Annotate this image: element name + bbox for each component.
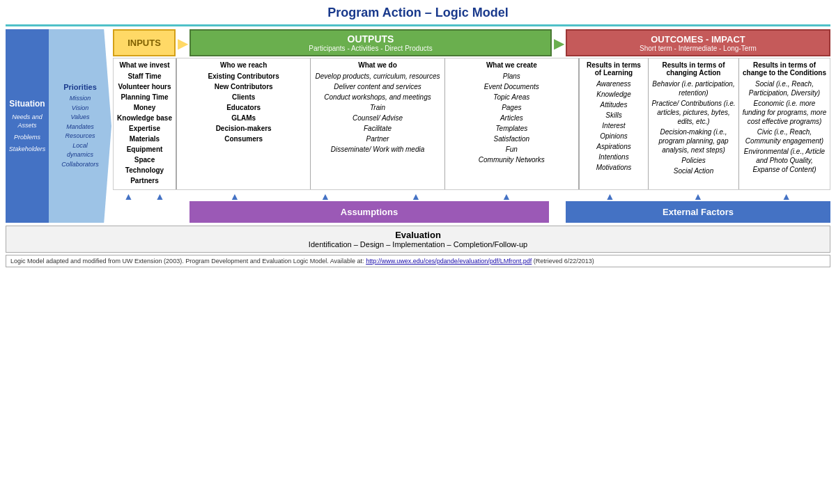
priorities-col: Priorities Mission Vision Values Mandate… — [49, 29, 111, 223]
intermediate-col-header: Results in terms of changing Action — [651, 61, 736, 77]
teal-divider — [6, 24, 830, 26]
st-item-5: Interest — [582, 121, 645, 130]
up-arrow-1: ▲ — [124, 191, 134, 200]
col-inputs: What we invest Staff Time Volunteer hour… — [114, 58, 176, 189]
prod-item-4: Pages — [448, 103, 575, 112]
outputs-label: OUTPUTS — [348, 33, 394, 45]
int-item-3: Decision-making (i.e., program planning,… — [651, 127, 736, 155]
inputs-item-10: Technology — [116, 166, 173, 175]
inputs-col-header: What we invest — [116, 61, 173, 69]
part-item-7: Consumers — [180, 134, 307, 143]
inputs-item-2: Volunteer hours — [116, 82, 173, 91]
lt-item-4: Environmental (i.e., Article and Photo Q… — [742, 147, 827, 174]
act-item-2: Deliver content and services — [314, 82, 441, 91]
int-item-5: Social Action — [651, 166, 736, 175]
prod-item-9: Community Networks — [448, 155, 575, 164]
arrow-to-outcomes — [552, 29, 566, 56]
inputs-item-7: Materials — [116, 134, 173, 143]
lt-item-2: Economic (i.e. more funding for programs… — [742, 99, 827, 126]
prod-item-1: Plans — [448, 72, 575, 81]
inputs-item-8: Equipment — [116, 145, 173, 154]
col-participants: Who we reach Existing Contributors New C… — [176, 58, 311, 189]
inputs-item-5: Knowledge base — [116, 113, 173, 123]
act-item-7: Partner — [314, 134, 441, 143]
part-item-3: Clients — [180, 93, 307, 102]
arrow-to-outputs — [176, 29, 189, 56]
up-arrow-6: ▲ — [502, 191, 511, 200]
col-shortterm: Results in terms of Learning Awareness K… — [579, 58, 649, 189]
eval-title: Evaluation — [10, 230, 826, 240]
assumptions-label: Assumptions — [341, 207, 398, 217]
part-item-4: Educators — [180, 103, 307, 112]
prio-collaborators: Collaborators — [61, 160, 99, 170]
inputs-item-11: Partners — [116, 176, 173, 185]
prio-local: Localdynamics — [67, 141, 93, 160]
prod-item-8: Fun — [448, 145, 575, 154]
up-arrow-2: ▲ — [155, 191, 165, 200]
st-item-4: Skills — [582, 111, 645, 120]
products-col-header: What we create — [448, 61, 575, 69]
part-item-2: New Contributors — [180, 82, 307, 91]
act-item-3: Conduct workshops, and meetings — [314, 93, 441, 102]
footer-text: Logic Model adapted and modified from UW… — [10, 258, 366, 265]
situation-problems: Problems — [14, 133, 40, 142]
situation-stakeholders: Stakeholders — [9, 145, 46, 154]
prio-values: Values — [70, 113, 89, 123]
footer-link[interactable]: http://www.uwex.edu/ces/pdande/evaluatio… — [366, 258, 532, 265]
eval-sub: Identification – Design – Implementation… — [10, 240, 826, 249]
prod-item-2: Event Documents — [448, 82, 575, 91]
lt-item-3: Civic (i.e., Reach, Community engagement… — [742, 127, 827, 145]
st-item-6: Opinions — [582, 132, 645, 141]
col-intermediate: Results in terms of changing Action Beha… — [649, 58, 739, 189]
priorities-title: Priorities — [63, 83, 97, 91]
up-arrow-4: ▲ — [320, 191, 330, 200]
inputs-item-6: Expertise — [116, 124, 173, 133]
top-section: Situation Needs andAssets Problems Stake… — [6, 29, 830, 223]
bottom-spacer-arrow2 — [552, 201, 566, 223]
st-item-1: Awareness — [582, 79, 645, 88]
arrow-cells-inputs: ▲ ▲ — [113, 191, 176, 200]
prio-mandates: Mandates — [66, 123, 94, 132]
outcomes-sub: Short term - Intermediate - Long-Term — [640, 45, 757, 52]
part-item-5: GLAMs — [180, 113, 307, 123]
inputs-header: INPUTS — [113, 29, 176, 56]
prod-item-7: Satisfaction — [448, 134, 575, 143]
arrow-cells-outputs: ▲ ▲ ▲ ▲ — [189, 191, 552, 200]
inputs-label: INPUTS — [127, 38, 161, 48]
outputs-header: OUTPUTS Participants - Activities - Dire… — [189, 29, 552, 56]
footer-retrieved: (Retrieved 6/22/2013) — [532, 258, 594, 265]
up-arrow-7: ▲ — [605, 191, 614, 200]
assumptions-block: Assumptions — [189, 201, 549, 223]
page-wrapper: Program Action – Logic Model Situation N… — [0, 0, 836, 273]
prod-item-5: Articles — [448, 113, 575, 123]
inputs-item-1: Staff Time — [116, 72, 173, 81]
up-arrow-9: ▲ — [782, 191, 791, 200]
bottom-bars: Assumptions External Factors — [113, 201, 830, 223]
outcomes-label: OUTCOMES - IMPACT — [651, 34, 745, 45]
up-arrow-3: ▲ — [230, 191, 240, 200]
activities-col-header: What we do — [314, 61, 441, 69]
act-item-4: Train — [314, 103, 441, 112]
st-item-2: Knowledge — [582, 90, 645, 99]
prio-vision: Vision — [72, 104, 88, 113]
prio-resources: Resources — [65, 132, 95, 141]
participants-col-header: Who we reach — [180, 61, 307, 69]
int-item-2: Practice/ Contributions (i.e. articles, … — [651, 99, 736, 126]
st-item-9: Motivations — [582, 163, 645, 172]
arrow-spacer — [552, 191, 566, 200]
inputs-item-4: Money — [116, 103, 173, 112]
outputs-sub: Participants - Activities - Direct Produ… — [309, 45, 432, 52]
outcomes-header: OUTCOMES - IMPACT Short term - Intermedi… — [566, 29, 830, 56]
st-item-3: Attitudes — [582, 100, 645, 109]
situation-label: Situation — [9, 99, 45, 109]
inputs-item-3: Planning Time — [116, 93, 173, 102]
columns-body: What we invest Staff Time Volunteer hour… — [113, 58, 830, 190]
evaluation-box: Evaluation Identification – Design – Imp… — [6, 226, 830, 253]
footer-link-text: http://www.uwex.edu/ces/pdande/evaluatio… — [366, 258, 532, 265]
page-title: Program Action – Logic Model — [6, 6, 830, 20]
shortterm-col-header: Results in terms of Learning — [582, 61, 645, 77]
longterm-col-header: Results in terms of change to the Condit… — [742, 61, 827, 77]
up-arrow-8: ▲ — [693, 191, 703, 200]
situation-col: Situation Needs andAssets Problems Stake… — [6, 29, 49, 223]
act-item-8: Disseminate/ Work with media — [314, 145, 441, 154]
